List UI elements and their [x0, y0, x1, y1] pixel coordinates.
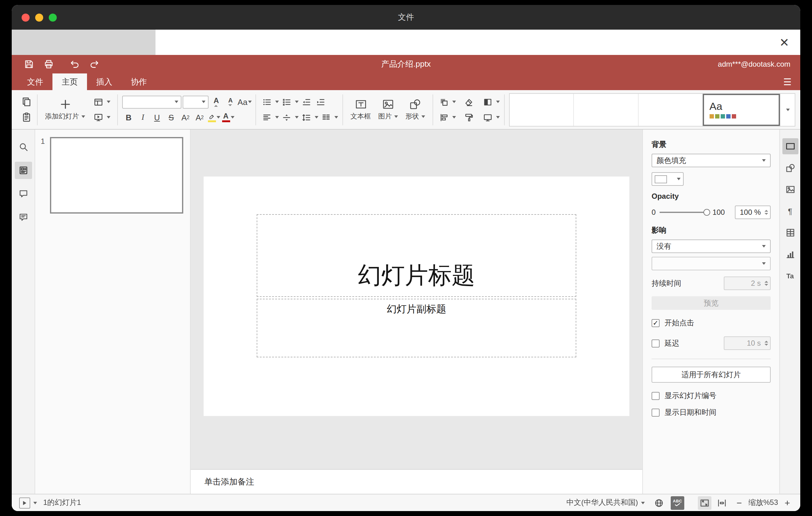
comments-button[interactable] [14, 185, 32, 202]
vertical-align-button[interactable] [280, 111, 293, 124]
bullets-button[interactable] [260, 95, 273, 108]
slide-canvas: 幻灯片标题 幻灯片副标题 [191, 130, 642, 469]
slide-thumbnail[interactable] [50, 137, 183, 213]
textart-settings-button[interactable]: Ta [782, 268, 798, 284]
title-placeholder[interactable]: 幻灯片标题 [257, 214, 576, 297]
theme-tile[interactable] [638, 93, 703, 125]
show-slide-number-checkbox[interactable] [651, 392, 660, 400]
slide-settings-button[interactable] [782, 138, 798, 154]
delay-spinner[interactable]: 10 s [724, 336, 771, 350]
decrease-font-button[interactable]: A [224, 95, 237, 108]
decrease-indent-button[interactable] [300, 95, 313, 108]
preview-button[interactable]: 预览 [651, 296, 771, 310]
start-slideshow-status-button[interactable] [19, 497, 37, 508]
effect-option-select[interactable] [651, 257, 771, 270]
theme-tile[interactable] [574, 93, 639, 125]
clear-style-button[interactable] [462, 95, 475, 108]
copy-style-button[interactable] [462, 111, 475, 124]
tab-home[interactable]: 主页 [53, 74, 87, 90]
slide-subtitle-text[interactable]: 幻灯片副标题 [387, 303, 446, 357]
zoom-in-button[interactable]: + [782, 496, 793, 510]
slide-title-text[interactable]: 幻灯片标题 [358, 260, 475, 291]
line-spacing-button[interactable] [300, 111, 313, 124]
italic-button[interactable]: I [136, 111, 149, 124]
toolbar: 添加幻灯片 A A Aa [12, 90, 800, 130]
chart-settings-button[interactable] [782, 246, 798, 262]
close-traffic-light[interactable] [22, 13, 30, 21]
shape-settings-icon [785, 163, 795, 173]
increase-font-button[interactable]: A [210, 95, 223, 108]
close-icon[interactable]: ✕ [779, 36, 789, 48]
slide[interactable]: 幻灯片标题 幻灯片副标题 [204, 176, 629, 416]
shape-settings-button[interactable] [782, 160, 798, 176]
columns-button[interactable] [320, 111, 332, 124]
font-size-combo[interactable] [183, 95, 208, 108]
paragraph-settings-button[interactable]: ¶ [782, 203, 798, 219]
insert-textbox-button[interactable]: 文本框 [347, 92, 375, 127]
fill-type-select[interactable]: 颜色填充 [651, 154, 771, 167]
insert-image-button[interactable]: 图片 [375, 92, 402, 127]
tab-insert[interactable]: 插入 [87, 74, 121, 90]
table-settings-button[interactable] [782, 225, 798, 241]
change-case-button[interactable]: Aa [238, 95, 251, 108]
save-button[interactable] [22, 57, 36, 71]
copy-button[interactable] [20, 95, 33, 108]
subtitle-placeholder[interactable]: 幻灯片副标题 [257, 299, 576, 357]
paste-button[interactable] [20, 111, 33, 124]
subscript-button[interactable]: A2 [193, 111, 206, 124]
bold-button[interactable]: B [122, 111, 135, 124]
numbering-button[interactable] [280, 95, 293, 108]
highlight-color-button[interactable] [207, 111, 220, 124]
font-color-button[interactable]: A [222, 111, 234, 124]
effect-select[interactable]: 没有 [651, 239, 771, 253]
menu-icon[interactable]: ☰ [783, 74, 792, 90]
start-slideshow-button[interactable] [92, 111, 105, 124]
arrange-shapes-button[interactable] [437, 95, 451, 108]
minimize-traffic-light[interactable] [35, 13, 43, 21]
start-on-click-checkbox[interactable]: ✓ [651, 319, 660, 327]
underline-button[interactable]: U [150, 111, 164, 124]
zoom-traffic-light[interactable] [49, 13, 57, 21]
align-shapes-button[interactable] [437, 111, 451, 124]
apply-to-all-button[interactable]: 适用于所有幻灯片 [651, 367, 771, 383]
fill-color-picker[interactable] [651, 172, 684, 186]
opacity-slider-knob[interactable] [703, 209, 710, 216]
increase-indent-button[interactable] [314, 95, 327, 108]
theme-gallery-expand-button[interactable] [780, 93, 795, 125]
superscript-button[interactable]: A2 [179, 111, 192, 124]
horizontal-align-button[interactable] [260, 111, 273, 124]
zoom-out-button[interactable]: − [734, 496, 745, 510]
opacity-spinner[interactable]: 100 % [735, 205, 771, 219]
strikethrough-button[interactable]: S [165, 111, 178, 124]
theme-tile-selected[interactable]: Aa [703, 93, 780, 125]
delay-checkbox[interactable] [651, 339, 660, 347]
slide-size-button[interactable] [481, 111, 494, 124]
notes-placeholder[interactable]: 单击添加备注 [204, 476, 254, 487]
fit-width-icon [717, 498, 727, 508]
theme-tile[interactable] [510, 93, 574, 125]
image-settings-button[interactable] [782, 181, 798, 198]
slide-layout-button[interactable] [92, 95, 105, 108]
chat-button[interactable] [14, 209, 32, 226]
duration-spinner[interactable]: 2 s [724, 277, 771, 290]
search-button[interactable] [14, 138, 32, 155]
fit-to-slide-button[interactable] [698, 496, 712, 510]
opacity-slider[interactable] [659, 212, 709, 213]
color-scheme-button[interactable] [481, 95, 494, 108]
spellcheck-button[interactable]: ABC [671, 496, 684, 510]
show-datetime-checkbox[interactable] [651, 409, 660, 417]
insert-shape-button[interactable]: 形状 [402, 92, 429, 127]
tab-collaboration[interactable]: 协作 [121, 74, 156, 90]
print-button[interactable] [41, 57, 56, 71]
redo-button[interactable] [87, 57, 102, 71]
tab-file[interactable]: 文件 [18, 74, 53, 90]
font-name-combo[interactable] [122, 95, 181, 108]
undo-button[interactable] [67, 57, 82, 71]
background-remnant [12, 30, 155, 55]
language-selector[interactable]: 中文(中华人民共和国) [567, 497, 645, 508]
slides-panel-button[interactable] [14, 162, 32, 179]
notes-area[interactable]: 单击添加备注 [191, 469, 642, 494]
fit-to-width-button[interactable] [715, 496, 729, 510]
document-language-button[interactable] [652, 496, 666, 510]
add-slide-button[interactable]: 添加幻灯片 [41, 92, 89, 127]
